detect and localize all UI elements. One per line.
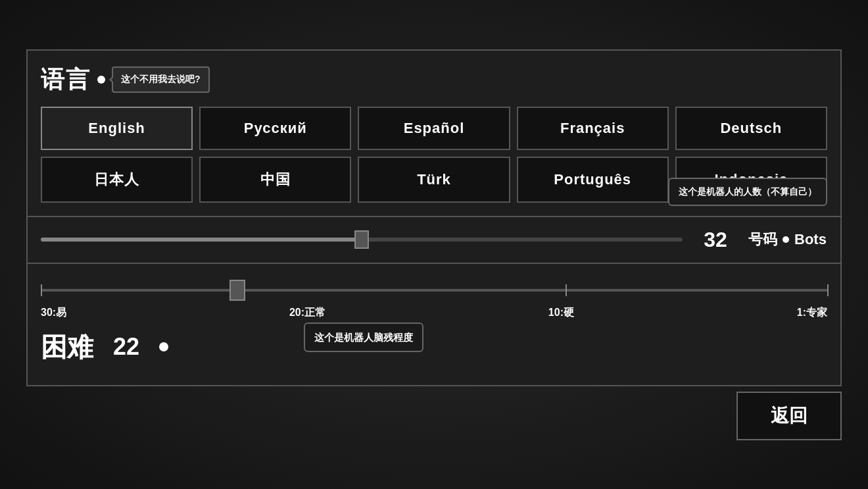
difficulty-value: 22 [113,333,139,361]
lang-btn-chinese[interactable]: 中国 [199,157,351,203]
diff-bottom: 困难 22 这个是机器人脑残程度 [41,329,827,365]
bots-label-suffix: Bots [794,231,827,248]
diff-slider-thumb[interactable] [229,280,245,301]
diff-tick-1 [41,284,42,296]
language-dot [97,76,105,84]
diff-labels: 30:易 20:正常 10:硬 1:专家 [41,303,827,322]
bots-value: 32 [696,228,735,252]
bots-tooltip: 这个是机器人的人数（不算自己） [668,178,827,207]
lang-btn-spanish[interactable]: Español [358,107,510,150]
difficulty-name: 困难 [41,329,93,365]
diff-track-wrapper [41,277,827,303]
bots-dot [783,236,789,243]
lang-btn-german[interactable]: Deutsch [675,107,827,150]
diff-track [41,289,827,292]
bots-slider-container [41,230,683,249]
lang-btn-japanese[interactable]: 日本人 [41,157,193,203]
language-tooltip: 这个不用我去说吧? [112,66,210,93]
diff-label-expert: 1:专家 [797,306,827,320]
lang-btn-french[interactable]: Français [517,107,669,150]
bots-slider-track [41,238,683,242]
diff-track-container [41,289,827,292]
diff-indicator [159,342,168,351]
lang-btn-russian[interactable]: Русский [199,107,351,150]
language-title: 语言 [41,64,91,96]
diff-slider-area: 30:易 20:正常 10:硬 1:专家 [41,277,827,322]
lang-btn-portuguese[interactable]: Português [517,157,669,203]
lang-btn-english[interactable]: English [41,107,193,150]
bots-section: 32 号码 Bots 这个是机器人的人数（不算自己） [26,217,842,264]
diff-tick-3 [566,284,567,296]
bots-label: 号码 [748,230,777,249]
diff-tick-4 [827,284,829,296]
diff-label-hard: 10:硬 [548,306,574,320]
diff-label-easy: 30:易 [41,306,66,320]
language-header: 语言 这个不用我去说吧? [41,64,827,96]
diff-label-normal: 20:正常 [289,306,326,320]
diff-tooltip: 这个是机器人脑残程度 [304,322,423,352]
lang-btn-turkish[interactable]: Türk [358,157,510,203]
difficulty-section: 30:易 20:正常 10:硬 1:专家 困难 22 这个是机器人脑残程度 [26,264,842,386]
bots-slider-thumb[interactable] [354,230,369,249]
back-button[interactable]: 返回 [736,392,842,440]
back-btn-container: 返回 [26,392,842,440]
bots-label-area: 号码 Bots [748,230,827,249]
